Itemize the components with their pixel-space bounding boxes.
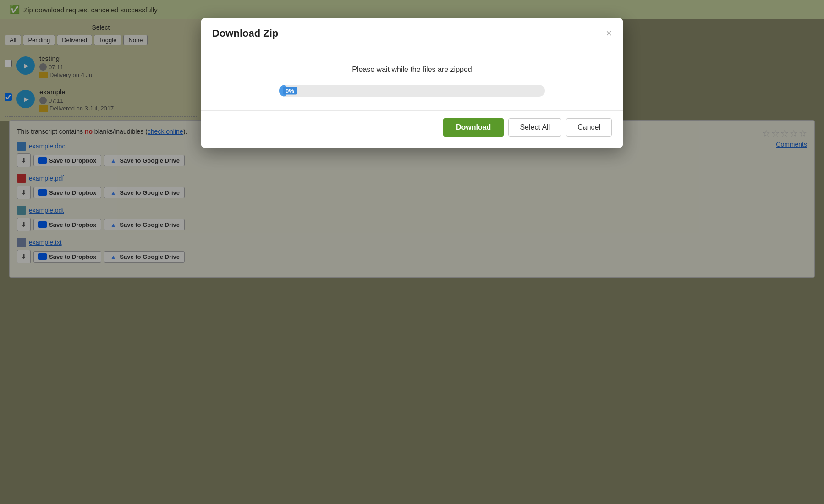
- modal-body-text: Please wait while the files are zipped: [212, 66, 612, 74]
- progress-bar-container: 0%: [279, 85, 545, 97]
- modal-title: Download Zip: [212, 27, 278, 39]
- modal-body: Please wait while the files are zipped 0…: [201, 47, 623, 110]
- modal-footer: Download Select All Cancel: [201, 110, 623, 148]
- download-zip-modal: Download Zip × Please wait while the fil…: [201, 18, 623, 148]
- modal-download-button[interactable]: Download: [443, 118, 504, 137]
- modal-close-button[interactable]: ×: [606, 28, 612, 38]
- modal-header: Download Zip ×: [201, 18, 623, 47]
- progress-label: 0%: [283, 87, 297, 95]
- modal-select-all-button[interactable]: Select All: [508, 118, 561, 137]
- modal-cancel-button[interactable]: Cancel: [566, 118, 612, 137]
- page-background: ✅ Zip download request canceled successf…: [0, 0, 824, 504]
